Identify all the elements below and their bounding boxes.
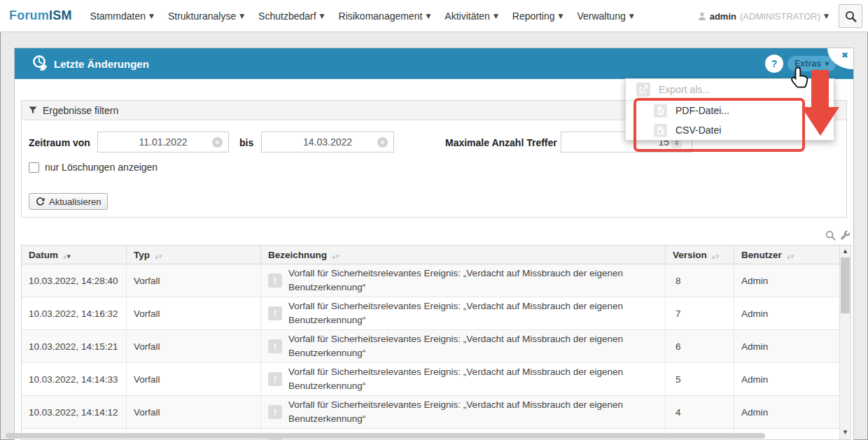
table-row[interactable]: 10.03.2022, 14:14:33 Vorfall ! Vorfall f…	[22, 363, 850, 396]
aktualisieren-label: Aktualisieren	[49, 197, 101, 207]
table-row[interactable]: 10.03.2022, 14:28:40 Vorfall ! Vorfall f…	[22, 264, 850, 297]
nav-item-label: Strukturanalyse	[168, 10, 236, 22]
aktualisieren-button[interactable]: Aktualisieren	[29, 193, 108, 210]
cell-benutzer: Admin	[734, 363, 841, 395]
scroll-up-icon[interactable]: ▲	[840, 246, 850, 257]
nav-menu-item[interactable]: Strukturanalyse ▼	[168, 10, 244, 22]
menu-item-export-als[interactable]: Export als...	[626, 79, 834, 101]
column-header-benutzer[interactable]: Benutzer ▲▼	[734, 246, 841, 264]
scrollbar-thumb[interactable]	[841, 257, 850, 313]
vertical-scrollbar[interactable]: ▲ ▼	[839, 246, 850, 439]
table-search-icon[interactable]	[825, 230, 836, 241]
column-header-datum[interactable]: Datum ▲▼	[22, 246, 127, 264]
table-body: 10.03.2022, 14:28:40 Vorfall ! Vorfall f…	[22, 264, 850, 429]
application-window: ForumISM Stammdaten ▼ Strukturanalyse ▼ …	[0, 0, 868, 440]
zeitraum-von-label: Zeitraum von	[29, 137, 90, 148]
max-treffer-label: Maximale Anzahl Treffer	[445, 137, 557, 148]
cell-datum: 10.03.2022, 14:16:32	[22, 297, 127, 329]
cell-bezeichnung: ! Vorfall für Sicherheitsrelevantes Erei…	[261, 297, 666, 329]
exclamation-icon: !	[268, 405, 282, 419]
cell-bezeichnung: ! Vorfall für Sicherheitsrelevantes Erei…	[261, 396, 666, 428]
table-toolbar	[825, 230, 850, 241]
menu-item-csv-datei[interactable]: CSV-Datei	[626, 120, 834, 140]
nur-loeschungen-label: nur Löschungen anzeigen	[45, 162, 158, 173]
pdf-file-icon	[654, 104, 667, 118]
bezeichnung-text: Vorfall für Sicherheitsrelevantes Ereign…	[288, 299, 659, 327]
horizontal-scrollbar[interactable]	[6, 433, 765, 439]
csv-file-icon	[654, 124, 667, 137]
chevron-down-icon: ▼	[426, 13, 430, 20]
column-label: Bezeichnung	[268, 250, 327, 260]
cell-version: 7	[666, 297, 734, 329]
date-from-input[interactable]	[97, 132, 229, 152]
nav-menu-item[interactable]: Risikomanagement ▼	[339, 10, 431, 22]
column-label: Version	[673, 250, 707, 260]
cell-datum: 10.03.2022, 14:28:40	[22, 264, 127, 297]
nav-item-label: Reporting	[512, 10, 555, 22]
cell-benutzer: Admin	[734, 396, 841, 428]
extras-button[interactable]: Extras ▼	[788, 56, 836, 71]
csv-datei-label: CSV-Datei	[676, 125, 721, 136]
nav-menu-item[interactable]: Stammdaten ▼	[90, 10, 154, 22]
nav-menu-item[interactable]: Verwaltung ▼	[577, 10, 634, 22]
table-row[interactable]: 10.03.2022, 14:14:12 Vorfall ! Vorfall f…	[22, 396, 850, 429]
panel-header: Letzte Änderungen ? Extras ▼ ✖	[15, 48, 853, 79]
clear-date-from-icon[interactable]: ×	[212, 137, 223, 148]
filter-section-title: Ergebnisse filtern	[43, 105, 118, 116]
menu-item-pdf-datei[interactable]: PDF-Datei...	[626, 101, 834, 120]
column-header-bezeichnung[interactable]: Bezeichnung ▲▼	[261, 246, 666, 264]
close-icon: ✖	[841, 50, 848, 60]
user-role: (ADMINISTRATOR)	[740, 11, 820, 22]
cell-bezeichnung: ! Vorfall für Sicherheitsrelevantes Erei…	[261, 330, 666, 362]
nur-loeschungen-checkbox[interactable]	[29, 162, 39, 173]
user-menu[interactable]: admin (ADMINISTRATOR) ▼	[698, 0, 829, 32]
nav-item-label: Risikomanagement	[339, 10, 423, 22]
date-to-input[interactable]	[261, 132, 394, 152]
table-row[interactable]: 10.03.2022, 14:15:21 Vorfall ! Vorfall f…	[22, 330, 850, 363]
nav-item-label: Stammdaten	[90, 10, 146, 22]
nav-item-label: Verwaltung	[577, 10, 625, 22]
column-header-version[interactable]: Version ▲▼	[666, 246, 734, 264]
sort-icons: ▲▼	[712, 250, 720, 260]
changes-table: Datum ▲▼ Typ ▲▼ Bezeichnung ▲▼ Version ▲…	[21, 245, 851, 440]
cell-benutzer: Admin	[734, 297, 841, 329]
cell-version: 4	[666, 396, 734, 428]
export-icon	[636, 83, 650, 97]
scroll-down-icon[interactable]: ▼	[840, 427, 850, 438]
column-header-typ[interactable]: Typ ▲▼	[127, 246, 261, 264]
chevron-down-icon: ▼	[825, 61, 829, 67]
cell-bezeichnung: ! Vorfall für Sicherheitsrelevantes Erei…	[261, 363, 666, 395]
nav-menu-item[interactable]: Aktivitäten ▼	[444, 10, 498, 22]
exclamation-icon: !	[268, 306, 282, 320]
nav-menu-item[interactable]: Reporting ▼	[512, 10, 564, 22]
bis-label: bis	[239, 137, 253, 148]
main-menu: Stammdaten ▼ Strukturanalyse ▼ Schutzbed…	[90, 10, 634, 22]
column-label: Datum	[29, 250, 58, 260]
extras-label: Extras	[794, 59, 821, 69]
sort-icons: ▲▼	[155, 250, 162, 260]
bezeichnung-text: Vorfall für Sicherheitsrelevantes Ereign…	[288, 398, 659, 425]
chevron-down-icon: ▼	[493, 13, 498, 20]
help-button[interactable]: ?	[765, 55, 783, 73]
nav-item-label: Aktivitäten	[444, 10, 490, 22]
app-logo[interactable]: ForumISM	[9, 8, 72, 23]
column-label: Benutzer	[741, 250, 782, 260]
table-row[interactable]: 10.03.2022, 14:16:32 Vorfall ! Vorfall f…	[22, 297, 850, 330]
wrench-icon[interactable]	[840, 230, 850, 241]
chevron-down-icon: ▼	[824, 13, 829, 20]
exclamation-icon: !	[268, 339, 282, 353]
refresh-icon	[36, 197, 45, 206]
chevron-down-icon: ▼	[629, 13, 634, 20]
column-label: Typ	[134, 250, 150, 260]
global-search-button[interactable]	[839, 4, 862, 28]
nav-menu-item[interactable]: Schutzbedarf ▼	[258, 10, 324, 22]
logo-part-ism: ISM	[49, 8, 72, 22]
extras-dropdown-menu: Export als... PDF-Datei... CSV-Datei	[625, 78, 834, 141]
exclamation-icon: !	[268, 372, 282, 386]
clear-date-to-icon[interactable]: ×	[377, 137, 388, 148]
user-name: admin	[710, 11, 736, 22]
cell-version: 8	[666, 264, 734, 297]
search-icon	[845, 10, 857, 22]
table-header-row: Datum ▲▼ Typ ▲▼ Bezeichnung ▲▼ Version ▲…	[22, 246, 850, 264]
sort-icons: ▲▼	[787, 250, 794, 260]
